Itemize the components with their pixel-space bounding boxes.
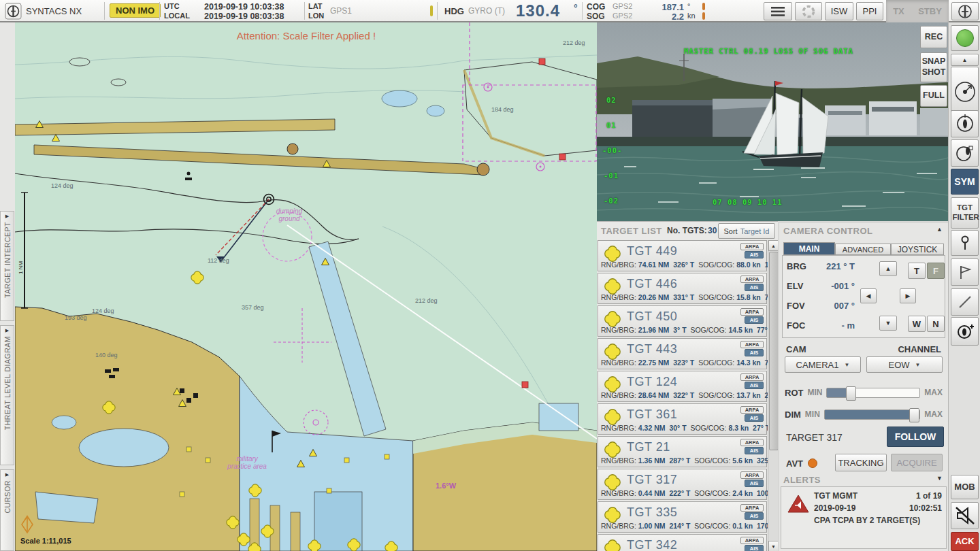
menu-button[interactable] bbox=[764, 2, 792, 20]
dim-slider[interactable] bbox=[824, 410, 920, 420]
target-list-scrollbar[interactable]: ▲ ▼ bbox=[768, 240, 778, 551]
lon-label: LON bbox=[308, 12, 324, 20]
target-list-item[interactable]: TGT 443 ARPA AIS RNG/BRG: 22.75 NM 323° … bbox=[598, 338, 767, 369]
target-list-item[interactable]: TGT 450 ARPA AIS RNG/BRG: 21.96 NM 3° T … bbox=[598, 305, 767, 337]
ebl-vrm-button[interactable] bbox=[951, 288, 979, 316]
hdg-label: HDG bbox=[444, 6, 464, 16]
sort-label: Sort bbox=[724, 227, 738, 235]
target-list-item[interactable]: TGT 21 ARPA AIS RNG/BRG: 1.36 NM 287° T … bbox=[598, 436, 767, 467]
tab-label: JOYSTICK bbox=[898, 245, 938, 254]
sym-button[interactable]: SYM bbox=[951, 169, 979, 195]
scroll-up-icon[interactable]: ▲ bbox=[768, 240, 778, 251]
hdg-source: GYRO (T) bbox=[468, 6, 505, 16]
tab-cursor[interactable]: ▶ CURSOR bbox=[0, 469, 14, 551]
alert-warning-icon bbox=[787, 494, 810, 514]
drop-mark-button[interactable] bbox=[951, 230, 979, 256]
focus-button[interactable]: F bbox=[927, 263, 945, 279]
rec-button[interactable]: REC bbox=[920, 26, 947, 48]
target-details: RNG/BRG: 0.44 NM 222° T SOG/COG: 2.4 kn … bbox=[601, 489, 778, 497]
avt-status-indicator bbox=[808, 458, 817, 468]
tab-target-intercept[interactable]: ▶ TARGET INTERCEPT bbox=[0, 211, 14, 321]
sog-unit: kn bbox=[687, 12, 696, 20]
ppi-button[interactable]: PPI bbox=[856, 2, 883, 20]
app-window: SYNTACS NX NON IMO UTC LOCAL 2019-09-19 … bbox=[0, 0, 980, 551]
ack-button[interactable]: ACK bbox=[951, 532, 979, 551]
camera-acquire-button[interactable] bbox=[951, 317, 979, 346]
sort-button[interactable]: Sort Target Id bbox=[718, 223, 775, 239]
target-list: TGT 449 ARPA AIS RNG/BRG: 74.61 NM 326° … bbox=[597, 240, 778, 551]
isw-label: ISW bbox=[831, 6, 848, 16]
pan-up-button[interactable]: ▲ bbox=[879, 261, 897, 276]
alert-entry[interactable]: TGT MGMT 1 of 19 2019-09-19 10:02:51 CPA… bbox=[781, 486, 947, 549]
focus-label: F bbox=[933, 266, 938, 276]
conning-button[interactable] bbox=[951, 2, 979, 20]
tx-stby-group[interactable]: TX STBY bbox=[886, 0, 949, 22]
target-list-item[interactable]: TGT 449 ARPA AIS RNG/BRG: 74.61 NM 326° … bbox=[598, 240, 767, 271]
chart-display[interactable]: Attention: Scale Filter Applied ! 124 de… bbox=[15, 22, 597, 551]
rot-slider-thumb[interactable] bbox=[846, 386, 856, 401]
rot-label: ROT bbox=[785, 388, 803, 398]
osd-elevation-tick: -02 bbox=[604, 197, 619, 205]
ppi-label: PPI bbox=[863, 6, 877, 16]
tab-threat-level-diagram[interactable]: ▶ THREAT LEVEL DIAGRAM bbox=[0, 325, 14, 465]
wide-button[interactable]: W bbox=[908, 316, 926, 332]
pan-left-button[interactable]: ◀ bbox=[860, 288, 877, 303]
follow-button[interactable]: FOLLOW bbox=[887, 427, 944, 447]
near-button[interactable]: N bbox=[927, 316, 945, 332]
tab-label: MAIN bbox=[799, 244, 820, 254]
alert-index: 1 of 19 bbox=[916, 491, 942, 501]
target-list-item[interactable]: TGT 124 ARPA AIS RNG/BRG: 28.64 NM 322° … bbox=[598, 371, 767, 402]
tele-label: T bbox=[914, 266, 919, 276]
position-source: GPS1 bbox=[330, 6, 352, 16]
bearing-dial-button[interactable] bbox=[951, 67, 979, 117]
brg-label: BRG bbox=[787, 261, 806, 271]
tab-joystick[interactable]: JOYSTICK bbox=[891, 244, 944, 255]
status-lamp-button[interactable] bbox=[951, 25, 979, 51]
isw-button[interactable]: ISW bbox=[825, 2, 853, 20]
foc-value: - m bbox=[813, 320, 855, 331]
target-list-item[interactable]: TGT 317 ARPA AIS RNG/BRG: 0.44 NM 222° T… bbox=[598, 469, 767, 500]
tracking-button[interactable]: TRACKING bbox=[835, 454, 887, 471]
acquire-button[interactable]: ACQUIRE bbox=[891, 454, 943, 471]
target-list-item[interactable]: TGT 342 ARPA AIS bbox=[598, 534, 767, 551]
rot-slider[interactable] bbox=[826, 388, 920, 398]
max-label: MAX bbox=[924, 410, 943, 419]
target-list-item[interactable]: TGT 335 ARPA AIS RNG/BRG: 1.00 NM 214° T… bbox=[598, 501, 767, 533]
tab-main[interactable]: MAIN bbox=[783, 242, 835, 255]
event-mark-button[interactable] bbox=[951, 258, 979, 286]
conning-icon bbox=[958, 4, 973, 19]
osd-elevation-tick: -00- bbox=[602, 146, 622, 154]
offset-ownship-button[interactable] bbox=[951, 139, 979, 167]
tele-button[interactable]: T bbox=[908, 263, 926, 279]
snapshot-button[interactable]: SNAP SHOT bbox=[920, 52, 947, 82]
sort-value: Target Id bbox=[740, 227, 770, 235]
collapse-down-icon[interactable]: ▼ bbox=[936, 475, 943, 482]
collapse-up-icon[interactable]: ▲ bbox=[936, 226, 943, 233]
pan-down-button[interactable]: ▼ bbox=[879, 316, 897, 331]
min-label: MIN bbox=[805, 410, 820, 419]
elv-value: -001 ° bbox=[813, 281, 855, 291]
mute-button[interactable] bbox=[951, 502, 979, 529]
camera-select[interactable]: CAMERA1▼ bbox=[785, 356, 861, 373]
dim-slider-thumb[interactable] bbox=[909, 408, 919, 422]
day-night-button[interactable] bbox=[795, 2, 822, 20]
full-button[interactable]: FULL bbox=[920, 85, 947, 107]
target-list-item[interactable]: TGT 446 ARPA AIS RNG/BRG: 20.26 NM 331° … bbox=[598, 273, 767, 304]
arpa-badge: ARPA bbox=[740, 537, 764, 544]
pan-right-button[interactable]: ▶ bbox=[900, 288, 916, 303]
ais-badge: AIS bbox=[745, 414, 764, 422]
tab-advanced[interactable]: ADVANCED bbox=[835, 244, 891, 255]
target-list-item[interactable]: TGT 361 ARPA AIS RNG/BRG: 4.32 NM 30° T … bbox=[598, 403, 767, 435]
osd-bearing-scale: 07 08 09 10 11 bbox=[713, 198, 783, 206]
center-ownship-button[interactable] bbox=[951, 110, 979, 137]
camera-control-title: CAMERA CONTROL bbox=[783, 226, 872, 236]
tgt-filter-button[interactable]: TGT FILTER bbox=[951, 197, 979, 229]
dial-up-icon[interactable]: ▲ bbox=[951, 54, 979, 66]
scrollbar-thumb[interactable] bbox=[769, 252, 778, 450]
target-name: TGT 342 bbox=[627, 538, 677, 551]
dim-slider-row: DIM MIN MAX bbox=[785, 408, 943, 420]
scroll-down-icon[interactable]: ▼ bbox=[768, 541, 778, 551]
mob-button[interactable]: MOB bbox=[951, 475, 979, 499]
tracking-label: TRACKING bbox=[838, 458, 883, 468]
channel-select[interactable]: EOW▼ bbox=[866, 356, 943, 373]
